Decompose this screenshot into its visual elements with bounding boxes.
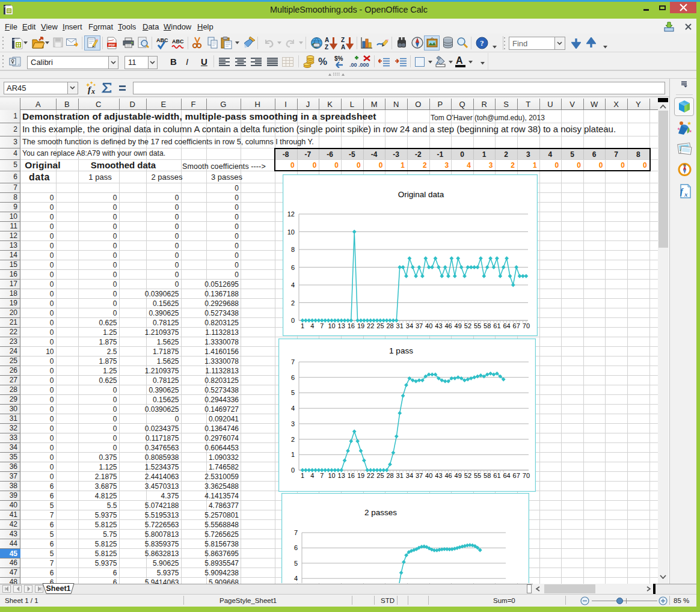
svg-text:67: 67 xyxy=(513,472,520,479)
svg-text:13: 13 xyxy=(338,322,345,329)
svg-text:64: 64 xyxy=(503,322,510,329)
svg-text:x: x xyxy=(684,191,688,198)
svg-text:46: 46 xyxy=(444,472,452,479)
svg-text:40: 40 xyxy=(425,472,432,479)
svg-text:25: 25 xyxy=(376,322,384,329)
svg-text:31: 31 xyxy=(396,322,404,329)
svg-text:A: A xyxy=(325,37,329,43)
svg-text:x: x xyxy=(91,87,95,94)
svg-text:13: 13 xyxy=(338,472,345,479)
svg-text:67: 67 xyxy=(513,322,520,329)
svg-text:2: 2 xyxy=(291,299,295,307)
svg-text:55: 55 xyxy=(474,472,481,479)
svg-text:6: 6 xyxy=(291,374,295,381)
svg-text:43: 43 xyxy=(435,322,442,329)
svg-text:64: 64 xyxy=(503,472,510,479)
svg-text:PDF: PDF xyxy=(109,43,116,47)
svg-text:52: 52 xyxy=(464,322,471,329)
svg-text:?: ? xyxy=(480,38,484,47)
svg-text:37: 37 xyxy=(416,322,423,329)
svg-text:19: 19 xyxy=(357,472,364,479)
svg-text:28: 28 xyxy=(386,322,393,329)
svg-text:70: 70 xyxy=(523,472,530,479)
svg-text:7: 7 xyxy=(320,472,324,479)
svg-text:1 pass: 1 pass xyxy=(389,346,413,355)
svg-text:10: 10 xyxy=(287,228,295,236)
svg-text:34: 34 xyxy=(406,472,413,479)
svg-text:.00: .00 xyxy=(349,62,357,68)
svg-text:.000: .000 xyxy=(358,62,369,68)
svg-text:61: 61 xyxy=(493,322,500,329)
svg-text:2 passes: 2 passes xyxy=(364,508,397,517)
svg-text:58: 58 xyxy=(484,472,491,479)
svg-text:49: 49 xyxy=(455,322,462,329)
svg-text:2: 2 xyxy=(291,436,295,443)
svg-text:Original data: Original data xyxy=(398,190,444,199)
svg-text:16: 16 xyxy=(348,472,355,479)
svg-text:52: 52 xyxy=(464,472,471,479)
svg-text:12: 12 xyxy=(287,210,295,218)
svg-text:7: 7 xyxy=(294,529,298,536)
svg-text:28: 28 xyxy=(386,472,393,479)
svg-text:1: 1 xyxy=(301,472,304,479)
svg-text:8: 8 xyxy=(291,246,295,253)
svg-text:4: 4 xyxy=(291,281,295,289)
svg-text:5: 5 xyxy=(291,389,295,396)
svg-text:Z: Z xyxy=(325,44,328,50)
svg-text:31: 31 xyxy=(396,472,404,479)
svg-text:Z: Z xyxy=(341,37,345,43)
svg-text:ABC: ABC xyxy=(156,37,168,43)
svg-text:49: 49 xyxy=(455,472,462,479)
svg-text:1: 1 xyxy=(301,322,304,329)
svg-text:16: 16 xyxy=(348,322,355,329)
svg-text:19: 19 xyxy=(357,322,364,329)
svg-text:A: A xyxy=(341,44,345,50)
svg-text:0: 0 xyxy=(291,467,295,474)
svg-text:25: 25 xyxy=(376,472,384,479)
svg-text:55: 55 xyxy=(474,322,481,329)
svg-text:7: 7 xyxy=(291,358,295,366)
svg-text:3: 3 xyxy=(291,420,295,427)
svg-text:22: 22 xyxy=(367,322,374,329)
svg-text:37: 37 xyxy=(416,472,423,479)
svg-text:5: 5 xyxy=(294,560,298,567)
svg-text:ABC: ABC xyxy=(172,38,184,44)
svg-text:4: 4 xyxy=(291,405,295,412)
svg-text:70: 70 xyxy=(523,322,530,329)
svg-text:4: 4 xyxy=(310,472,314,479)
svg-text:$%: $% xyxy=(334,55,343,62)
svg-text:6: 6 xyxy=(291,264,295,271)
svg-text:34: 34 xyxy=(406,322,413,329)
svg-text:22: 22 xyxy=(367,472,374,479)
svg-text:4: 4 xyxy=(294,575,298,582)
svg-text:40: 40 xyxy=(425,322,432,329)
svg-text:1: 1 xyxy=(291,451,295,458)
svg-text:7: 7 xyxy=(320,322,324,329)
svg-text:10: 10 xyxy=(328,472,335,479)
svg-text:46: 46 xyxy=(444,322,452,329)
svg-text:4: 4 xyxy=(310,322,314,329)
svg-text:6: 6 xyxy=(294,544,298,551)
svg-text:10: 10 xyxy=(328,322,335,329)
svg-text:58: 58 xyxy=(484,322,491,329)
svg-text:0: 0 xyxy=(291,317,295,324)
svg-text:61: 61 xyxy=(493,472,500,479)
svg-text:43: 43 xyxy=(435,472,442,479)
